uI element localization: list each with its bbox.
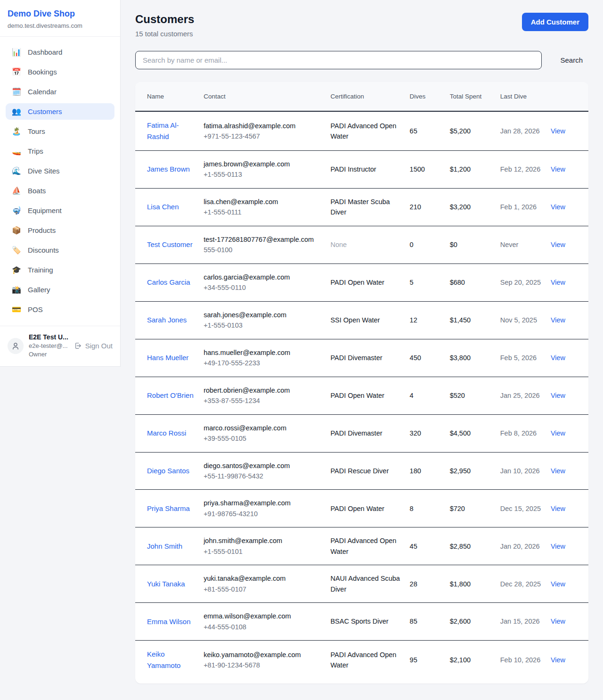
customer-name-link[interactable]: Test Customer [147, 239, 193, 250]
customer-phone: +81-90-1234-5678 [204, 660, 324, 670]
add-customer-button[interactable]: Add Customer [522, 13, 588, 31]
shop-name: Demo Dive Shop [8, 9, 113, 19]
sidebar-item-dashboard[interactable]: 📊 Dashboard [6, 44, 114, 60]
customer-name-link[interactable]: Carlos Garcia [147, 277, 190, 288]
customer-total-spent: $4,500 [450, 414, 500, 452]
customer-total-spent: $720 [450, 490, 500, 527]
sidebar-item-training[interactable]: 🎓 Training [6, 262, 114, 278]
table-row: Sarah Jones sarah.jones@example.com +1-5… [135, 301, 588, 339]
sidebar-item-bookings[interactable]: 📅 Bookings [6, 64, 114, 80]
view-link[interactable]: View [551, 279, 565, 286]
sidebar-item-calendar[interactable]: 🗓️ Calendar [6, 83, 114, 100]
customer-last-dive: Sep 20, 2025 [500, 264, 551, 301]
customer-phone: +1-555-0101 [204, 546, 324, 557]
customer-last-dive: Dec 28, 2025 [500, 565, 551, 603]
customer-certification: SSI Open Water [330, 301, 409, 339]
customer-email: lisa.chen@example.com [204, 197, 324, 207]
customers-icon: 👥 [12, 107, 21, 116]
customer-dives: 95 [410, 641, 450, 684]
customer-email: yuki.tanaka@example.com [204, 573, 324, 584]
view-link[interactable]: View [551, 618, 565, 625]
view-link[interactable]: View [551, 127, 565, 135]
customer-phone: +34-555-0110 [204, 282, 324, 293]
customer-dives: 320 [410, 414, 450, 452]
training-icon: 🎓 [12, 265, 21, 274]
customer-certification: PADI Open Water [330, 490, 409, 527]
sidebar-item-dive-sites[interactable]: 🌊 Dive Sites [6, 163, 114, 179]
pos-icon: 💳 [12, 305, 21, 314]
customer-email: james.brown@example.com [204, 159, 324, 169]
customer-last-dive: Jan 20, 2026 [500, 527, 551, 565]
customer-name-link[interactable]: James Brown [147, 164, 190, 175]
view-link[interactable]: View [551, 467, 565, 475]
view-link[interactable]: View [551, 203, 565, 211]
shop-domain: demo.test.divestreams.com [8, 22, 113, 29]
customer-name-link[interactable]: Emma Wilson [147, 616, 191, 627]
view-link[interactable]: View [551, 543, 565, 550]
sidebar-item-tours[interactable]: 🏝️ Tours [6, 123, 114, 140]
customer-name-link[interactable]: Fatima Al-Rashid [147, 120, 197, 142]
customer-name-link[interactable]: Priya Sharma [147, 503, 190, 514]
customer-email: marco.rossi@example.com [204, 423, 324, 433]
customer-name-link[interactable]: Lisa Chen [147, 201, 179, 213]
nav-item-label: Customers [28, 107, 62, 115]
sidebar-item-gallery[interactable]: 📸 Gallery [6, 281, 114, 298]
table-row: Lisa Chen lisa.chen@example.com +1-555-0… [135, 188, 588, 226]
bookings-icon: 📅 [12, 67, 21, 76]
customer-email: john.smith@example.com [204, 535, 324, 546]
sidebar-item-discounts[interactable]: 🏷️ Discounts [6, 242, 114, 258]
customer-name-link[interactable]: Sarah Jones [147, 314, 187, 326]
user-meta: E2E Test U... e2e-tester@... Owner [29, 333, 68, 358]
customer-email: sarah.jones@example.com [204, 310, 324, 320]
customer-certification: PADI Open Water [330, 377, 409, 414]
view-link[interactable]: View [551, 580, 565, 588]
table-row: Priya Sharma priya.sharma@example.com +9… [135, 490, 588, 527]
view-link[interactable]: View [551, 316, 565, 324]
view-link[interactable]: View [551, 505, 565, 512]
customer-email: emma.wilson@example.com [204, 611, 324, 621]
table-row: Keiko Yamamoto keiko.yamamoto@example.co… [135, 641, 588, 684]
sidebar-item-trips[interactable]: 🚤 Trips [6, 143, 114, 159]
customer-name-link[interactable]: John Smith [147, 541, 182, 552]
search-button[interactable]: Search [554, 52, 588, 68]
view-link[interactable]: View [551, 656, 565, 664]
user-role: Owner [29, 350, 68, 359]
customer-total-spent: $1,200 [450, 151, 500, 189]
customer-phone: 555-0100 [204, 245, 324, 255]
customer-total-spent: $2,950 [450, 452, 500, 490]
view-link[interactable]: View [551, 429, 565, 437]
page-header: Customers 15 total customers Add Custome… [135, 13, 588, 38]
sign-out-button[interactable]: Sign Out [74, 342, 113, 350]
customer-total-spent: $1,800 [450, 565, 500, 603]
customer-name-link[interactable]: Keiko Yamamoto [147, 649, 197, 671]
customer-certification: None [330, 226, 409, 264]
nav-item-label: Discounts [28, 246, 59, 254]
customer-name-link[interactable]: Yuki Tanaka [147, 578, 185, 590]
view-link[interactable]: View [551, 354, 565, 362]
user-icon [11, 342, 20, 350]
search-input[interactable] [135, 51, 542, 69]
sidebar-item-products[interactable]: 📦 Products [6, 222, 114, 239]
sidebar-item-equipment[interactable]: 🤿 Equipment [6, 202, 114, 219]
sidebar-item-boats[interactable]: ⛵ Boats [6, 182, 114, 199]
table-header-row: Name Contact Certification Dives Total S… [135, 82, 588, 111]
customer-name-link[interactable]: Hans Mueller [147, 352, 188, 363]
view-link[interactable]: View [551, 392, 565, 399]
table-row: Emma Wilson emma.wilson@example.com +44-… [135, 603, 588, 641]
sign-out-label: Sign Out [85, 342, 113, 350]
customer-dives: 1500 [410, 151, 450, 189]
customer-name-link[interactable]: Marco Rossi [147, 428, 186, 439]
sidebar-item-pos[interactable]: 💳 POS [6, 301, 114, 318]
customer-certification: PADI Divemaster [330, 414, 409, 452]
sidebar-nav: 📊 Dashboard 📅 Bookings 🗓️ Calendar 👥 Cus… [0, 37, 120, 326]
sidebar-item-customers[interactable]: 👥 Customers [6, 103, 114, 120]
customer-dives: 180 [410, 452, 450, 490]
view-link[interactable]: View [551, 241, 565, 248]
customer-name-link[interactable]: Robert O'Brien [147, 390, 194, 401]
discounts-icon: 🏷️ [12, 246, 21, 255]
customer-name-link[interactable]: Diego Santos [147, 465, 189, 477]
table-row: Fatima Al-Rashid fatima.alrashid@example… [135, 111, 588, 151]
customer-certification: PADI Instructor [330, 151, 409, 189]
view-link[interactable]: View [551, 165, 565, 173]
table-row: Carlos Garcia carlos.garcia@example.com … [135, 264, 588, 301]
